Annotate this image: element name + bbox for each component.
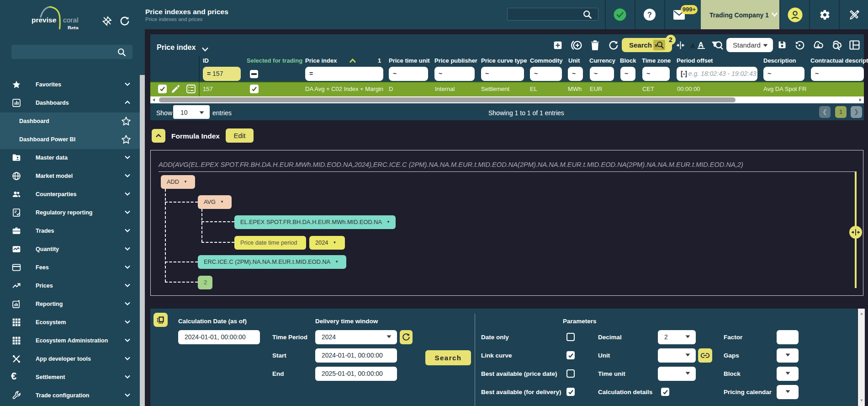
svg-text:?: ?	[647, 11, 652, 19]
